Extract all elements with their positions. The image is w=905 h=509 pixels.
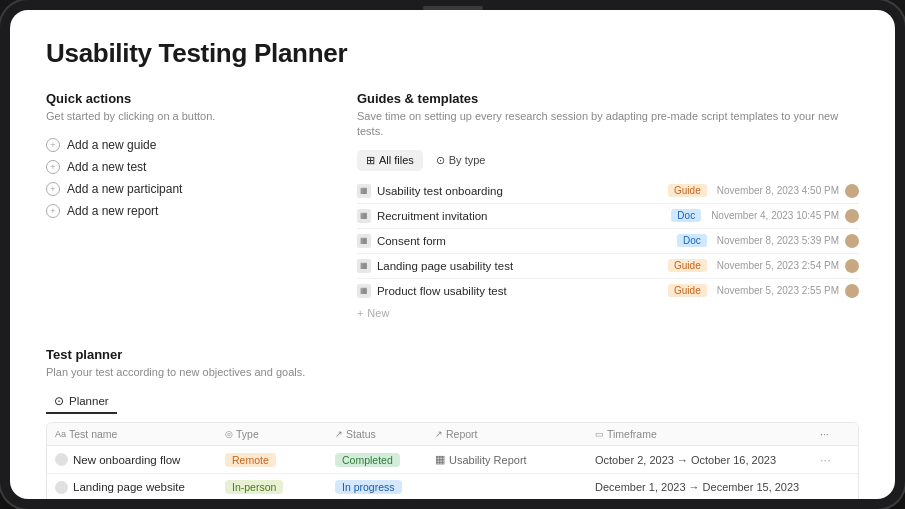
guide-row[interactable]: ▦ Consent form Doc November 8, 2023 5:39… <box>357 229 859 254</box>
avatar <box>845 234 859 248</box>
type-icon: ⊙ <box>436 154 445 167</box>
guide-row[interactable]: ▦ Landing page usability test Guide Nove… <box>357 254 859 279</box>
device-frame: Usability Testing Planner Quick actions … <box>0 0 905 509</box>
row-type: In-person <box>225 480 335 494</box>
guide-date: November 5, 2023 2:55 PM <box>717 285 839 296</box>
guide-name: ▦ Consent form <box>357 234 677 248</box>
row-status: In progress <box>335 480 435 494</box>
add-icon: + <box>46 182 60 196</box>
row-type: Remote <box>225 453 335 467</box>
test-planner-title: Test planner <box>46 347 859 362</box>
plus-icon: + <box>357 307 363 319</box>
guide-name: ▦ Recruitment invitation <box>357 209 671 223</box>
page-content: Usability Testing Planner Quick actions … <box>10 10 895 499</box>
quick-actions-list: + Add a new guide + Add a new test + Add… <box>46 134 325 222</box>
screen: Usability Testing Planner Quick actions … <box>10 10 895 499</box>
add-icon: + <box>46 204 60 218</box>
row-report: ▦ Usability Report <box>435 453 595 466</box>
quick-actions-title: Quick actions <box>46 91 325 106</box>
planner-table: Aa Test name ◎ Type ↗ Status ↗ <box>46 422 859 499</box>
planner-tab-icon: ⊙ <box>54 394 64 408</box>
page-title: Usability Testing Planner <box>46 38 859 69</box>
two-column-layout: Quick actions Get started by clicking on… <box>46 91 859 319</box>
quick-actions-subtitle: Get started by clicking on a button. <box>46 109 325 124</box>
guide-name: ▦ Landing page usability test <box>357 259 668 273</box>
table-header: Aa Test name ◎ Type ↗ Status ↗ <box>47 423 858 446</box>
file-icon: ▦ <box>357 259 371 273</box>
quick-action-item[interactable]: + Add a new report <box>46 200 325 222</box>
report-icon: ▦ <box>435 453 445 466</box>
row-avatar-icon <box>55 453 68 466</box>
row-test-name: Landing page website <box>55 481 225 494</box>
test-planner-section: Test planner Plan your test according to… <box>46 347 859 499</box>
tab-by-type[interactable]: ⊙ By type <box>427 150 495 171</box>
file-icon: ▦ <box>357 184 371 198</box>
quick-action-item[interactable]: + Add a new test <box>46 156 325 178</box>
avatar <box>845 259 859 273</box>
guide-date: November 8, 2023 4:50 PM <box>717 185 839 196</box>
guide-row[interactable]: ▦ Usability test onboarding Guide Novemb… <box>357 179 859 204</box>
text-icon: Aa <box>55 429 66 439</box>
col-test-name: Aa Test name <box>55 428 225 440</box>
add-icon: + <box>46 138 60 152</box>
table-row[interactable]: Landing page website In-person In progre… <box>47 474 858 499</box>
row-avatar-icon <box>55 481 68 494</box>
new-guide-button[interactable]: + New <box>357 307 859 319</box>
test-planner-subtitle: Plan your test according to new objectiv… <box>46 365 859 380</box>
row-test-name: New onboarding flow <box>55 453 225 466</box>
guides-title: Guides & templates <box>357 91 859 106</box>
col-status: ↗ Status <box>335 428 435 440</box>
table-row[interactable]: New onboarding flow Remote Completed ▦ U… <box>47 446 858 474</box>
avatar <box>845 209 859 223</box>
add-icon: + <box>46 160 60 174</box>
avatar <box>845 184 859 198</box>
guide-badge: Guide <box>668 284 707 297</box>
guides-section: Guides & templates Save time on setting … <box>357 91 859 319</box>
row-timeframe: December 1, 2023 → December 15, 2023 <box>595 481 820 493</box>
tab-all-files[interactable]: ⊞ All files <box>357 150 423 171</box>
type-col-icon: ◎ <box>225 429 233 439</box>
row-timeframe: October 2, 2023 → October 16, 2023 <box>595 454 820 466</box>
guide-badge: Guide <box>668 184 707 197</box>
timeframe-col-icon: ▭ <box>595 429 604 439</box>
grid-icon: ⊞ <box>366 154 375 167</box>
guide-row[interactable]: ▦ Recruitment invitation Doc November 4,… <box>357 204 859 229</box>
report-col-icon: ↗ <box>435 429 443 439</box>
file-icon: ▦ <box>357 209 371 223</box>
guide-date: November 4, 2023 10:45 PM <box>711 210 839 221</box>
guides-subtitle: Save time on setting up every research s… <box>357 109 859 140</box>
quick-action-item[interactable]: + Add a new guide <box>46 134 325 156</box>
col-report: ↗ Report <box>435 428 595 440</box>
file-icon: ▦ <box>357 284 371 298</box>
doc-badge: Doc <box>677 234 707 247</box>
avatar <box>845 284 859 298</box>
col-timeframe: ▭ Timeframe <box>595 428 820 440</box>
file-icon: ▦ <box>357 234 371 248</box>
guide-name: ▦ Product flow usability test <box>357 284 668 298</box>
guide-date: November 8, 2023 5:39 PM <box>717 235 839 246</box>
guide-name: ▦ Usability test onboarding <box>357 184 668 198</box>
guide-row[interactable]: ▦ Product flow usability test Guide Nove… <box>357 279 859 303</box>
doc-badge: Doc <box>671 209 701 222</box>
guide-badge: Guide <box>668 259 707 272</box>
guide-date: November 5, 2023 2:54 PM <box>717 260 839 271</box>
planner-tab[interactable]: ⊙ Planner <box>46 390 117 414</box>
row-status: Completed <box>335 453 435 467</box>
row-menu[interactable]: ··· <box>820 452 850 467</box>
quick-actions-section: Quick actions Get started by clicking on… <box>46 91 325 319</box>
guides-table: ▦ Usability test onboarding Guide Novemb… <box>357 179 859 303</box>
quick-action-item[interactable]: + Add a new participant <box>46 178 325 200</box>
col-actions: ··· <box>820 428 850 440</box>
file-tabs: ⊞ All files ⊙ By type <box>357 150 859 171</box>
col-type: ◎ Type <box>225 428 335 440</box>
status-col-icon: ↗ <box>335 429 343 439</box>
